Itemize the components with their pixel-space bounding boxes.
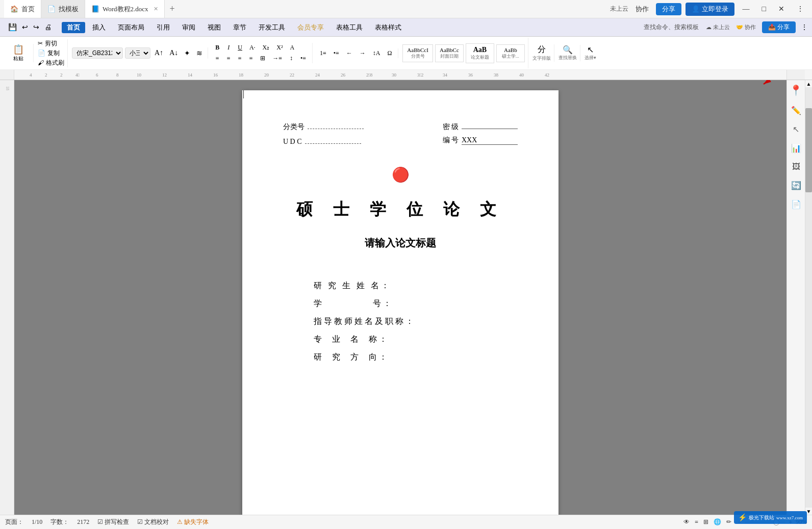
edit-icon[interactable]: ✏️	[789, 104, 803, 117]
style-masters[interactable]: AaBb硕士学...	[496, 44, 525, 62]
align-justify-btn[interactable]: ≡	[246, 54, 256, 63]
view-normal-icon[interactable]: 👁	[683, 518, 690, 526]
align-left-btn[interactable]: ≡	[212, 54, 222, 63]
qa-undo-btn[interactable]: ↩	[20, 22, 30, 33]
tab-doc-close[interactable]: ✕	[154, 6, 158, 12]
clear-format-btn[interactable]: ✦	[182, 48, 192, 59]
dev-tab[interactable]: 开发工具	[253, 21, 290, 34]
format-painter-btn[interactable]: 🖌 格式刷	[38, 59, 64, 67]
doc-check-btn[interactable]: ☑ 文档校对	[137, 518, 169, 526]
udc-input[interactable]	[305, 136, 361, 144]
tab-template[interactable]: 📄 找模板	[41, 0, 85, 18]
list-ordered-btn[interactable]: 1≡	[317, 48, 329, 58]
pin-icon[interactable]: 📍	[788, 83, 804, 98]
list-unordered-btn[interactable]: •≡	[331, 48, 342, 58]
qa-redo-btn[interactable]: ↪	[31, 22, 41, 33]
classification-input[interactable]	[308, 121, 364, 129]
view-edit-icon[interactable]: ✏	[726, 518, 731, 526]
share-button[interactable]: 分享	[656, 3, 681, 15]
maximize-button[interactable]: □	[758, 3, 770, 15]
strikethrough-btn[interactable]: A·	[246, 43, 259, 53]
login-button[interactable]: 👤 立即登录	[686, 3, 734, 16]
insert-tab[interactable]: 插入	[87, 21, 111, 34]
review-tab[interactable]: 审阅	[177, 21, 200, 34]
text-format-row1: B I U A· X₂ X² A	[212, 43, 309, 53]
more-options-button[interactable]: ⋮	[793, 3, 808, 15]
special-chars-btn[interactable]: Ω	[384, 48, 395, 58]
doc-icon[interactable]: 📄	[789, 197, 803, 211]
superscript-btn[interactable]: X²	[273, 43, 286, 53]
start-tab[interactable]: 首页	[62, 22, 85, 33]
cloud-save-status[interactable]: ☁ 未上云	[706, 23, 730, 31]
tab-home[interactable]: 🏠 首页	[4, 0, 41, 18]
spell-check-btn[interactable]: ☑ 拼写检查	[97, 518, 129, 526]
layout-tab[interactable]: 页面布局	[113, 21, 149, 34]
indent-decrease-btn[interactable]: ←	[343, 48, 356, 58]
style-title[interactable]: AaB论文标题	[466, 43, 494, 63]
subscript-btn[interactable]: X₂	[260, 43, 273, 53]
ribbon-more-btn[interactable]: ⋮	[801, 23, 808, 32]
thesis-main-title[interactable]: 硕 士 学 位 论 文	[283, 198, 518, 221]
vertical-scrollbar[interactable]: ▲ ▼	[805, 80, 812, 515]
chapter-tab[interactable]: 章节	[228, 21, 251, 34]
paste-btn[interactable]: 📋 粘贴	[13, 44, 24, 62]
style-normal[interactable]: AaBbCcI分类号	[402, 44, 433, 62]
chart-icon[interactable]: 📊	[789, 141, 803, 155]
document-page[interactable]: 分类号 U D C 密 级 编 号	[242, 90, 559, 515]
cloud-save-btn[interactable]: 未上云	[610, 5, 628, 13]
view-grid-icon[interactable]: ⊞	[703, 518, 708, 526]
table-style-tab[interactable]: 表格样式	[370, 21, 407, 34]
align-right-btn[interactable]: ≡	[235, 54, 245, 63]
pinyin-btn[interactable]: ≋	[194, 48, 205, 59]
indent-btn[interactable]: →≡	[269, 54, 285, 63]
add-tab-button[interactable]: +	[165, 4, 180, 14]
rotate-icon[interactable]: 🔄	[789, 179, 803, 192]
font-shrink-btn[interactable]: A↓	[167, 48, 180, 58]
font-family-select[interactable]: 仿宋_GB2312	[72, 47, 123, 59]
qa-save-btn[interactable]: 💾	[6, 22, 19, 33]
font-color-btn[interactable]: A	[287, 43, 298, 53]
security-input[interactable]	[462, 121, 518, 129]
classification-btn[interactable]: 分文字排版	[532, 44, 551, 62]
scroll-track[interactable]	[805, 87, 812, 508]
share-ribbon-btn[interactable]: 📤 分享	[762, 21, 796, 33]
photo-icon[interactable]: 🖼	[790, 160, 802, 173]
bold-btn[interactable]: B	[212, 43, 222, 53]
bullets-btn[interactable]: •≡	[297, 54, 309, 63]
select-btn[interactable]: ↖选择▾	[585, 45, 596, 61]
indent-increase-btn[interactable]: →	[357, 48, 369, 58]
find-replace-btn[interactable]: 🔍查找替换	[559, 45, 577, 61]
clipboard-group: 📋 粘贴	[3, 44, 34, 62]
table-tools-tab[interactable]: 表格工具	[331, 21, 368, 34]
minimize-button[interactable]: —	[739, 3, 754, 15]
view-list-icon[interactable]: ≡	[695, 518, 698, 526]
font-grow-btn[interactable]: A↑	[153, 48, 165, 58]
close-button[interactable]: ✕	[774, 3, 789, 15]
line-space-btn[interactable]: ↕	[286, 54, 296, 63]
view-tab[interactable]: 视图	[202, 21, 226, 34]
scroll-thumb[interactable]	[805, 108, 812, 192]
sort-btn[interactable]: ↕A	[370, 48, 384, 58]
references-tab[interactable]: 引用	[151, 21, 175, 34]
wm-text: ⚡ 极光下载站 www.xz7.com	[738, 513, 803, 522]
cursor-icon[interactable]: ↖	[791, 122, 801, 136]
font-size-select[interactable]: 小三	[125, 47, 150, 59]
document-area[interactable]: 分类号 U D C 密 级 编 号	[14, 80, 786, 515]
thesis-subtitle[interactable]: 请输入论文标题	[283, 236, 518, 250]
style-date[interactable]: AaBbCc封面日期	[435, 44, 464, 62]
missing-font-btn[interactable]: ⚠ 缺失字体	[177, 518, 209, 526]
italic-btn[interactable]: I	[223, 43, 234, 53]
cols-btn[interactable]: ⊞	[257, 54, 268, 63]
search-commands[interactable]: 查找命令、搜索模板	[644, 23, 699, 32]
vip-tab[interactable]: 会员专享	[292, 21, 329, 34]
underline-btn[interactable]: U	[235, 43, 245, 53]
collaborate-btn[interactable]: 协作	[632, 4, 652, 15]
view-web-icon[interactable]: 🌐	[714, 518, 721, 526]
align-center-btn[interactable]: ≡	[223, 54, 234, 63]
qa-print-btn[interactable]: 🖨	[42, 22, 54, 33]
tab-doc[interactable]: 📘 Word教程2.docx ✕	[85, 0, 165, 18]
scroll-up-btn[interactable]: ▲	[805, 80, 812, 87]
cut-btn[interactable]: ✂ 剪切	[38, 39, 64, 48]
collaborate-status[interactable]: 🤝 协作	[736, 23, 756, 31]
copy-btn[interactable]: 📄 复制	[38, 49, 64, 58]
